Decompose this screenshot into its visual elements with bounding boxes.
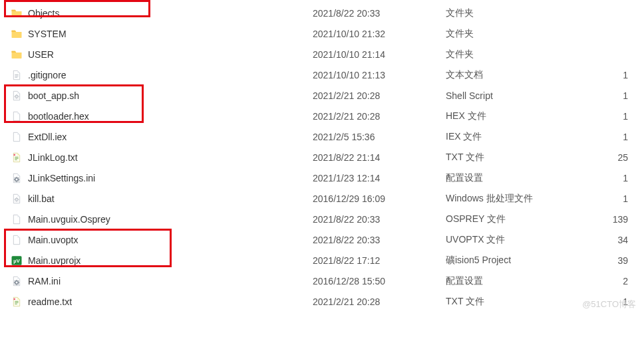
file-type: Windows 批处理文件 <box>446 193 579 205</box>
ini-icon <box>11 275 23 287</box>
gear-icon <box>11 90 23 102</box>
file-name: ExtDll.iex <box>28 132 67 142</box>
file-type: 文件夹 <box>446 28 579 40</box>
file-row[interactable]: RAM.ini2016/12/28 15:50配置设置2 <box>7 271 637 291</box>
file-date: 2021/2/21 20:28 <box>313 90 446 101</box>
file-date: 2021/10/10 21:32 <box>313 29 446 39</box>
file-date: 2016/12/28 15:50 <box>313 276 446 286</box>
file-size: 1 <box>579 70 632 80</box>
file-type: 配置设置 <box>446 275 579 287</box>
file-type: IEX 文件 <box>446 131 579 143</box>
svg-text:µV: µV <box>13 258 19 264</box>
file-type: TXT 文件 <box>446 152 579 164</box>
file-row[interactable]: kill.bat2016/12/29 16:09Windows 批处理文件1 <box>7 188 637 209</box>
folder-icon <box>11 7 23 19</box>
file-date: 2021/1/23 12:14 <box>313 173 446 183</box>
file-name: bootloader.hex <box>28 111 89 122</box>
file-type: HEX 文件 <box>446 110 579 122</box>
file-size: 25 <box>579 152 632 163</box>
file-date: 2021/2/21 20:28 <box>313 111 446 122</box>
file-type: UVOPTX 文件 <box>446 234 579 246</box>
blank-icon <box>11 131 23 143</box>
ini-icon <box>11 172 23 184</box>
file-size: 1 <box>579 90 632 101</box>
file-name: readme.txt <box>28 296 72 307</box>
blank-icon <box>11 110 23 122</box>
blank-icon <box>11 234 23 246</box>
file-name: Main.uvoptx <box>28 235 78 245</box>
file-row[interactable]: USER2021/10/10 21:14文件夹 <box>7 44 637 64</box>
file-row[interactable]: Main.uvguix.Osprey2021/8/22 20:33OSPREY … <box>7 209 637 229</box>
file-name: RAM.ini <box>28 276 61 286</box>
file-name: USER <box>28 49 54 60</box>
uvproj-icon: µV <box>11 255 23 267</box>
file-date: 2021/8/22 21:14 <box>313 152 446 163</box>
txtnote-icon <box>11 296 23 308</box>
file-list: Objects2021/8/22 20:33文件夹SYSTEM2021/10/1… <box>7 3 637 312</box>
file-size: 1 <box>579 296 632 307</box>
txtnote-icon <box>11 152 23 164</box>
file-size: 139 <box>579 214 632 225</box>
file-row[interactable]: JLinkSettings.ini2021/1/23 12:14配置设置1 <box>7 168 637 188</box>
gear-icon <box>11 193 23 205</box>
file-date: 2016/12/29 16:09 <box>313 193 446 204</box>
file-date: 2021/10/10 21:13 <box>313 70 446 80</box>
svg-point-10 <box>16 281 17 282</box>
file-size: 1 <box>579 132 632 142</box>
file-size: 2 <box>579 276 632 286</box>
file-row[interactable]: ExtDll.iex2021/2/5 15:36IEX 文件1 <box>7 126 637 147</box>
svg-point-1 <box>16 96 17 97</box>
file-row[interactable]: bootloader.hex2021/2/21 20:28HEX 文件1 <box>7 106 637 126</box>
file-type: TXT 文件 <box>446 296 579 308</box>
file-type: Shell Script <box>446 90 579 101</box>
file-type: 礦ision5 Project <box>446 255 579 267</box>
file-size: 34 <box>579 235 632 245</box>
file-date: 2021/8/22 20:33 <box>313 214 446 225</box>
file-type: 文件夹 <box>446 7 579 19</box>
file-name: Main.uvguix.Osprey <box>28 214 110 225</box>
file-row[interactable]: JLinkLog.txt2021/8/22 21:14TXT 文件25 <box>7 147 637 168</box>
file-row[interactable]: µVMain.uvprojx2021/8/22 17:12礦ision5 Pro… <box>7 250 637 271</box>
svg-point-6 <box>16 199 17 200</box>
file-name: JLinkSettings.ini <box>28 173 95 183</box>
file-row[interactable]: boot_app.sh2021/2/21 20:28Shell Script1 <box>7 85 637 106</box>
file-name: SYSTEM <box>28 29 67 39</box>
file-type: 文件夹 <box>446 49 579 60</box>
file-row[interactable]: .gitignore2021/10/10 21:13文本文档1 <box>7 64 637 85</box>
file-size: 1 <box>579 173 632 183</box>
file-date: 2021/8/22 20:33 <box>313 235 446 245</box>
file-name: boot_app.sh <box>28 90 79 101</box>
folder-icon <box>11 28 23 40</box>
file-date: 2021/10/10 21:14 <box>313 49 446 60</box>
file-date: 2021/2/5 15:36 <box>313 132 446 142</box>
file-type: 配置设置 <box>446 172 579 184</box>
svg-point-2 <box>13 154 15 156</box>
file-size: 39 <box>579 255 632 266</box>
file-size: 1 <box>579 111 632 122</box>
file-date: 2021/8/22 17:12 <box>313 255 446 266</box>
folder-icon <box>11 49 23 60</box>
file-date: 2021/8/22 20:33 <box>313 8 446 19</box>
file-row[interactable]: Objects2021/8/22 20:33文件夹 <box>7 3 637 23</box>
file-size: 1 <box>579 193 632 204</box>
file-name: Main.uvprojx <box>28 255 80 266</box>
file-type: OSPREY 文件 <box>446 213 579 225</box>
file-name: .gitignore <box>28 70 67 80</box>
blank-icon <box>11 213 23 225</box>
file-row[interactable]: Main.uvoptx2021/8/22 20:33UVOPTX 文件34 <box>7 229 637 250</box>
svg-point-4 <box>16 178 17 179</box>
svg-point-11 <box>13 298 15 300</box>
file-row[interactable]: readme.txt2021/2/21 20:28TXT 文件1 <box>7 291 637 312</box>
file-name: kill.bat <box>28 193 55 204</box>
file-name: JLinkLog.txt <box>28 152 78 163</box>
file-row[interactable]: SYSTEM2021/10/10 21:32文件夹 <box>7 23 637 44</box>
txtgray-icon <box>11 69 23 81</box>
file-date: 2021/2/21 20:28 <box>313 296 446 307</box>
file-type: 文本文档 <box>446 69 579 81</box>
file-name: Objects <box>28 8 59 19</box>
